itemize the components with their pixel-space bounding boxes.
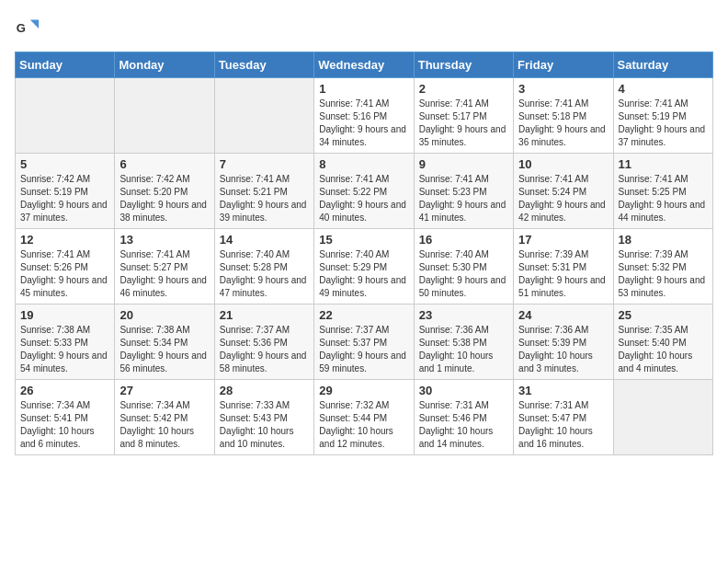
cell-info: Sunrise: 7:34 AMSunset: 5:42 PMDaylight:… [119,399,209,451]
calendar-cell [115,78,214,154]
day-number: 29 [319,384,408,397]
calendar-cell: 23 Sunrise: 7:36 AMSunset: 5:38 PMDaylig… [414,304,513,380]
calendar-cell: 12 Sunrise: 7:41 AMSunset: 5:26 PMDaylig… [16,229,115,304]
cell-info: Sunrise: 7:36 AMSunset: 5:39 PMDaylight:… [518,324,608,375]
calendar-cell: 17 Sunrise: 7:39 AMSunset: 5:31 PMDaylig… [514,229,613,304]
cell-info: Sunrise: 7:41 AMSunset: 5:19 PMDaylight:… [619,98,708,149]
day-number: 26 [20,384,109,397]
week-row-2: 5 Sunrise: 7:42 AMSunset: 5:19 PMDayligh… [16,154,713,229]
calendar-cell [214,78,313,154]
calendar-cell: 9 Sunrise: 7:41 AMSunset: 5:23 PMDayligh… [414,154,513,229]
calendar-cell: 25 Sunrise: 7:35 AMSunset: 5:40 PMDaylig… [613,304,712,380]
calendar-cell: 1 Sunrise: 7:41 AMSunset: 5:16 PMDayligh… [314,78,414,154]
day-number: 25 [619,308,708,322]
day-number: 14 [220,233,309,247]
calendar-cell: 8 Sunrise: 7:41 AMSunset: 5:22 PMDayligh… [314,154,414,229]
day-number: 3 [518,82,608,96]
day-number: 10 [518,157,608,171]
calendar-cell: 6 Sunrise: 7:42 AMSunset: 5:20 PMDayligh… [115,154,214,229]
cell-info: Sunrise: 7:41 AMSunset: 5:24 PMDaylight:… [518,173,608,224]
cell-info: Sunrise: 7:35 AMSunset: 5:40 PMDaylight:… [619,324,708,375]
calendar-table: SundayMondayTuesdayWednesdayThursdayFrid… [15,52,713,455]
cell-info: Sunrise: 7:33 AMSunset: 5:43 PMDaylight:… [220,399,309,451]
cell-info: Sunrise: 7:42 AMSunset: 5:19 PMDaylight:… [20,173,109,224]
col-header-sunday: Sunday [16,52,115,78]
cell-info: Sunrise: 7:34 AMSunset: 5:41 PMDaylight:… [20,399,109,451]
col-header-monday: Monday [115,52,214,78]
cell-info: Sunrise: 7:41 AMSunset: 5:25 PMDaylight:… [619,173,708,224]
calendar-cell [613,380,712,455]
cell-info: Sunrise: 7:39 AMSunset: 5:31 PMDaylight:… [518,248,608,300]
calendar-cell [16,78,115,154]
day-number: 30 [419,384,508,397]
page-header: G [15,15,713,40]
day-number: 27 [119,384,209,397]
logo: G [15,15,44,40]
calendar-cell: 29 Sunrise: 7:32 AMSunset: 5:44 PMDaylig… [314,380,414,455]
day-number: 5 [20,157,109,171]
cell-info: Sunrise: 7:40 AMSunset: 5:30 PMDaylight:… [419,248,508,300]
cell-info: Sunrise: 7:41 AMSunset: 5:21 PMDaylight:… [220,173,309,224]
svg-marker-1 [30,20,39,29]
calendar-cell: 4 Sunrise: 7:41 AMSunset: 5:19 PMDayligh… [613,78,712,154]
calendar-cell: 2 Sunrise: 7:41 AMSunset: 5:17 PMDayligh… [414,78,513,154]
svg-text:G: G [17,21,26,35]
cell-info: Sunrise: 7:41 AMSunset: 5:23 PMDaylight:… [419,173,508,224]
cell-info: Sunrise: 7:42 AMSunset: 5:20 PMDaylight:… [119,173,209,224]
cell-info: Sunrise: 7:41 AMSunset: 5:27 PMDaylight:… [119,248,209,300]
calendar-cell: 21 Sunrise: 7:37 AMSunset: 5:36 PMDaylig… [214,304,313,380]
day-number: 7 [220,157,309,171]
cell-info: Sunrise: 7:41 AMSunset: 5:16 PMDaylight:… [319,98,408,149]
day-number: 21 [220,308,309,322]
day-number: 31 [518,384,608,397]
col-header-saturday: Saturday [613,52,712,78]
logo-icon: G [15,15,40,40]
day-number: 22 [319,308,408,322]
day-number: 6 [119,157,209,171]
cell-info: Sunrise: 7:38 AMSunset: 5:33 PMDaylight:… [20,324,109,375]
day-number: 18 [619,233,708,247]
cell-info: Sunrise: 7:37 AMSunset: 5:36 PMDaylight:… [220,324,309,375]
calendar-cell: 7 Sunrise: 7:41 AMSunset: 5:21 PMDayligh… [214,154,313,229]
cell-info: Sunrise: 7:40 AMSunset: 5:29 PMDaylight:… [319,248,408,300]
day-number: 1 [319,82,408,96]
calendar-cell: 15 Sunrise: 7:40 AMSunset: 5:29 PMDaylig… [314,229,414,304]
week-row-3: 12 Sunrise: 7:41 AMSunset: 5:26 PMDaylig… [16,229,713,304]
day-number: 24 [518,308,608,322]
cell-info: Sunrise: 7:41 AMSunset: 5:18 PMDaylight:… [518,98,608,149]
day-number: 9 [419,157,508,171]
calendar-cell: 5 Sunrise: 7:42 AMSunset: 5:19 PMDayligh… [16,154,115,229]
week-row-5: 26 Sunrise: 7:34 AMSunset: 5:41 PMDaylig… [16,380,713,455]
calendar-cell: 28 Sunrise: 7:33 AMSunset: 5:43 PMDaylig… [214,380,313,455]
cell-info: Sunrise: 7:40 AMSunset: 5:28 PMDaylight:… [220,248,309,300]
calendar-cell: 14 Sunrise: 7:40 AMSunset: 5:28 PMDaylig… [214,229,313,304]
calendar-cell: 3 Sunrise: 7:41 AMSunset: 5:18 PMDayligh… [514,78,613,154]
cell-info: Sunrise: 7:37 AMSunset: 5:37 PMDaylight:… [319,324,408,375]
calendar-cell: 27 Sunrise: 7:34 AMSunset: 5:42 PMDaylig… [115,380,214,455]
col-header-thursday: Thursday [414,52,513,78]
calendar-cell: 31 Sunrise: 7:31 AMSunset: 5:47 PMDaylig… [514,380,613,455]
calendar-cell: 13 Sunrise: 7:41 AMSunset: 5:27 PMDaylig… [115,229,214,304]
col-header-friday: Friday [514,52,613,78]
calendar-cell: 22 Sunrise: 7:37 AMSunset: 5:37 PMDaylig… [314,304,414,380]
cell-info: Sunrise: 7:31 AMSunset: 5:47 PMDaylight:… [518,399,608,451]
day-number: 8 [319,157,408,171]
day-number: 16 [419,233,508,247]
calendar-cell: 19 Sunrise: 7:38 AMSunset: 5:33 PMDaylig… [16,304,115,380]
day-number: 13 [119,233,209,247]
calendar-cell: 30 Sunrise: 7:31 AMSunset: 5:46 PMDaylig… [414,380,513,455]
col-header-wednesday: Wednesday [314,52,414,78]
day-number: 28 [220,384,309,397]
cell-info: Sunrise: 7:41 AMSunset: 5:26 PMDaylight:… [20,248,109,300]
cell-info: Sunrise: 7:41 AMSunset: 5:22 PMDaylight:… [319,173,408,224]
cell-info: Sunrise: 7:41 AMSunset: 5:17 PMDaylight:… [419,98,508,149]
day-number: 2 [419,82,508,96]
calendar-cell: 26 Sunrise: 7:34 AMSunset: 5:41 PMDaylig… [16,380,115,455]
day-number: 20 [119,308,209,322]
day-number: 12 [20,233,109,247]
week-row-1: 1 Sunrise: 7:41 AMSunset: 5:16 PMDayligh… [16,78,713,154]
cell-info: Sunrise: 7:31 AMSunset: 5:46 PMDaylight:… [419,399,508,451]
calendar-cell: 11 Sunrise: 7:41 AMSunset: 5:25 PMDaylig… [613,154,712,229]
day-number: 19 [20,308,109,322]
col-header-tuesday: Tuesday [214,52,313,78]
